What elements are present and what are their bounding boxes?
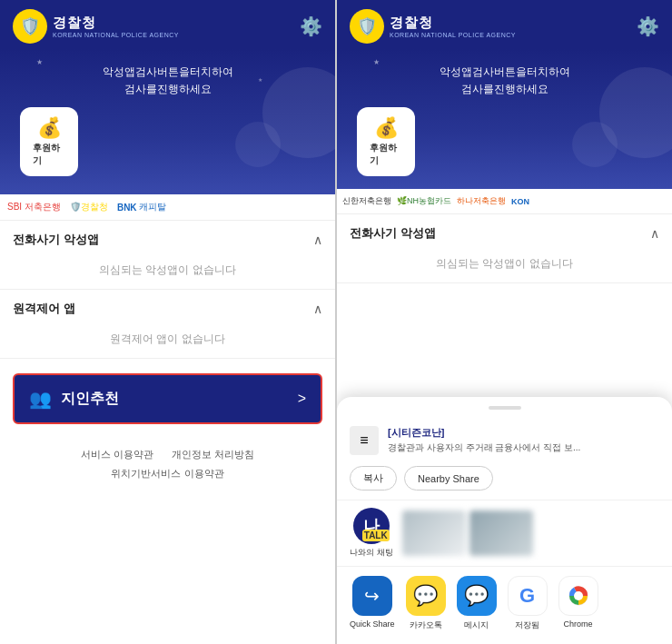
- right-malware-empty: 의심되는 악성앱이 없습니다: [350, 249, 659, 275]
- right-hero-line2: 검사를진행하세요: [461, 83, 548, 95]
- share-msg-icon: ≡: [350, 426, 379, 455]
- left-link-terms[interactable]: 서비스 이용약관: [81, 448, 153, 461]
- left-friend-label: 지인추천: [61, 390, 119, 409]
- left-malware-title: 전화사기 악성앱: [13, 232, 99, 248]
- app-icon-message[interactable]: 💬 메시지: [457, 576, 497, 631]
- left-donate-icon: 💰: [37, 116, 62, 140]
- left-friend-btn-left: 👥 지인추천: [29, 388, 119, 410]
- right-logo-badge: 🛡️: [350, 9, 384, 44]
- svg-point-1: [574, 591, 583, 600]
- right-hero-circle-sm: [572, 122, 618, 167]
- left-hero-line1: 악성앱검사버튼을터치하여: [103, 65, 233, 78]
- left-header: 🛡️ 경찰청 KOREAN NATIONAL POLICE AGENCY ⚙️: [0, 0, 335, 49]
- app-icon-quick-share[interactable]: ↪ Quick Share: [350, 576, 395, 631]
- left-remote-empty: 원격제어 앱이 없습니다: [13, 324, 322, 351]
- right-logo: 🛡️ 경찰청 KOREAN NATIONAL POLICE AGENCY: [350, 9, 516, 44]
- chat-label: 나와의 채팅: [350, 547, 393, 559]
- left-hero-circle-sm: [235, 122, 281, 167]
- nearby-share-btn[interactable]: Nearby Share: [404, 466, 493, 490]
- copy-btn[interactable]: 복사: [350, 466, 397, 490]
- left-malware-chevron: ∧: [313, 233, 322, 247]
- left-donate-btn[interactable]: 💰 후원하기: [20, 107, 78, 176]
- right-bank-shinhan: 신한저축은행: [342, 195, 391, 207]
- right-donate-icon: 💰: [374, 116, 399, 140]
- right-gear-icon[interactable]: ⚙️: [637, 15, 659, 37]
- right-app-title: 경찰청: [390, 15, 433, 32]
- left-app-subtitle: KOREAN NATIONAL POLICE AGENCY: [53, 32, 179, 38]
- left-bottom-row1: 서비스 이용약관 개인정보 처리방침: [81, 448, 254, 461]
- left-bank-sbi: SBI 저축은행: [7, 201, 61, 213]
- right-bank-nh: 🌿NH농협카드: [397, 195, 451, 207]
- left-bank-strip: SBI 저축은행 🛡️경찰청 BNK캐피탈: [0, 194, 335, 221]
- right-bank-kon: KON: [511, 197, 529, 206]
- right-bank-hana: 하나저축은행: [457, 195, 506, 207]
- right-content: ≡ [시티즌코난] 경찰관과 사용자의 주거래 금융사에서 직접 보... 복사…: [337, 283, 672, 644]
- left-logo-text: 경찰청 KOREAN NATIONAL POLICE AGENCY: [53, 15, 179, 38]
- left-gear-icon[interactable]: ⚙️: [300, 15, 322, 37]
- left-malware-header: 전화사기 악성앱 ∧: [13, 232, 322, 248]
- share-sheet: ≡ [시티즌코난] 경찰관과 사용자의 주거래 금융사에서 직접 보... 복사…: [337, 397, 672, 644]
- left-link-location[interactable]: 위치기반서비스 이용약관: [111, 467, 223, 481]
- right-donate-label: 후원하기: [370, 142, 402, 167]
- right-donate-btn[interactable]: 💰 후원하기: [357, 107, 415, 176]
- message-icon: 💬: [457, 576, 497, 616]
- app-icon-google[interactable]: G 저장됨: [508, 576, 548, 631]
- right-malware-chevron: ∧: [650, 226, 659, 241]
- left-hero-star1: ★: [36, 58, 43, 66]
- left-remote-section: 원격제어 앱 ∧ 원격제어 앱이 없습니다: [0, 290, 335, 359]
- right-panel: 🛡️ 경찰청 KOREAN NATIONAL POLICE AGENCY ⚙️ …: [337, 0, 672, 644]
- message-label: 메시지: [464, 619, 489, 631]
- left-remote-header: 원격제어 앱 ∧: [13, 301, 322, 317]
- left-hero-line2: 검사를진행하세요: [124, 83, 212, 95]
- left-app-title: 경찰청: [53, 15, 96, 32]
- kakao-icon: 💬: [406, 576, 446, 616]
- google-icon: G: [508, 576, 548, 616]
- share-handle: [489, 406, 521, 410]
- share-msg-content: [시티즌코난] 경찰관과 사용자의 주거래 금융사에서 직접 보...: [388, 426, 659, 454]
- left-bottom-row2: 위치기반서비스 이용약관: [111, 467, 223, 481]
- left-bottom-links: 서비스 이용약관 개인정보 처리방침 위치기반서비스 이용약관: [0, 439, 335, 490]
- left-friend-arrow: >: [298, 391, 306, 407]
- chrome-label: Chrome: [564, 619, 593, 629]
- left-remote-chevron: ∧: [313, 302, 322, 316]
- chat-avatar: 나 TALK: [353, 508, 390, 544]
- left-hero: ★ ★ 악성앱검사버튼을터치하여 검사를진행하세요 💰 후원하기: [0, 49, 335, 194]
- kakao-label: 카카오톡: [410, 619, 442, 631]
- left-friend-icon: 👥: [29, 388, 52, 410]
- left-remote-title: 원격제어 앱: [13, 301, 75, 317]
- left-friend-btn[interactable]: 👥 지인추천 >: [13, 373, 322, 424]
- share-msg-title: [시티즌코난]: [388, 426, 659, 440]
- chrome-icon: [558, 576, 598, 616]
- right-header: 🛡️ 경찰청 KOREAN NATIONAL POLICE AGENCY ⚙️: [337, 0, 672, 49]
- left-donate-label: 후원하기: [33, 142, 65, 167]
- share-action-row: 복사 Nearby Share: [337, 461, 672, 500]
- left-bank-kyung: 🛡️경찰청: [70, 201, 108, 213]
- right-malware-section: 전화사기 악성앱 ∧ 의심되는 악성앱이 없습니다: [337, 214, 672, 283]
- app-icon-kakao[interactable]: 💬 카카오톡: [406, 576, 446, 631]
- left-malware-empty: 의심되는 악성앱이 없습니다: [13, 255, 322, 282]
- left-panel: 🛡️ 경찰청 KOREAN NATIONAL POLICE AGENCY ⚙️ …: [0, 0, 335, 644]
- chat-preview: 나 TALK 나와의 채팅: [337, 500, 672, 566]
- google-label: 저장됨: [515, 619, 539, 631]
- right-logo-text: 경찰청 KOREAN NATIONAL POLICE AGENCY: [390, 15, 516, 38]
- right-hero-line1: 악성앱검사버튼을터치하여: [440, 65, 570, 78]
- chat-preview-img2: [469, 510, 533, 556]
- share-msg-item: ≡ [시티즌코난] 경찰관과 사용자의 주거래 금융사에서 직접 보...: [337, 417, 672, 461]
- chat-preview-img1: [402, 510, 466, 556]
- share-msg-body: 경찰관과 사용자의 주거래 금융사에서 직접 보...: [388, 441, 659, 454]
- app-icons-row: ↪ Quick Share 💬 카카오톡 💬 메시지 G 저장됨: [337, 566, 672, 644]
- left-link-privacy[interactable]: 개인정보 처리방침: [172, 448, 254, 461]
- left-malware-section: 전화사기 악성앱 ∧ 의심되는 악성앱이 없습니다: [0, 221, 335, 290]
- left-logo-badge: 🛡️: [13, 9, 47, 44]
- quick-share-label: Quick Share: [350, 619, 395, 629]
- right-app-subtitle: KOREAN NATIONAL POLICE AGENCY: [390, 32, 516, 38]
- left-bank-bnk: BNK캐피탈: [117, 201, 166, 213]
- right-bank-strip: 신한저축은행 🌿NH농협카드 하나저축은행 KON: [337, 189, 672, 214]
- right-malware-title: 전화사기 악성앱: [350, 225, 436, 242]
- app-icon-chrome[interactable]: Chrome: [558, 576, 598, 631]
- right-hero: ★ 악성앱검사버튼을터치하여 검사를진행하세요 💰 후원하기: [337, 49, 672, 189]
- right-malware-header: 전화사기 악성앱 ∧: [350, 225, 659, 242]
- right-hero-star1: ★: [373, 58, 380, 66]
- left-logo: 🛡️ 경찰청 KOREAN NATIONAL POLICE AGENCY: [13, 9, 179, 44]
- quick-share-icon: ↪: [352, 576, 392, 616]
